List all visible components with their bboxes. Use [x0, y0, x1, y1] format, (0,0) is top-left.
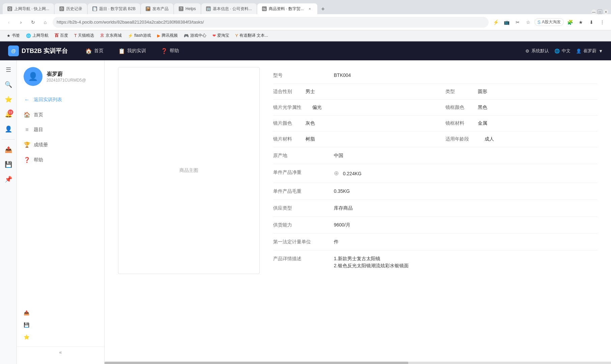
bookmark-star[interactable]: ★ 书签: [4, 32, 23, 39]
sidebar-bottom-upload[interactable]: 📤: [17, 307, 104, 319]
forward-button[interactable]: ›: [16, 18, 26, 27]
extension-icon[interactable]: 🧩: [565, 18, 575, 27]
user-section: 👤 崔罗蔚 20241071CURMD5@: [17, 67, 104, 93]
label-frame-material: 镜框材料: [445, 120, 472, 126]
detail-group-lens-frame: 镜片颜色 灰色 镜框材料 金属: [273, 120, 598, 126]
close-button[interactable]: ×: [604, 9, 608, 14]
maximize-button[interactable]: □: [598, 9, 602, 14]
left-upload-icon[interactable]: 📤: [2, 144, 14, 156]
sidebar-grades-label: 成绩册: [34, 142, 48, 148]
nav-language[interactable]: 🌐 中文: [554, 48, 571, 54]
nav-system-default[interactable]: ⚙ 系统默认: [525, 48, 549, 54]
tab-label-2: 历史记录: [66, 6, 82, 12]
label-gender: 适合性别: [273, 89, 300, 95]
nav-help[interactable]: ❓ 帮助: [157, 45, 183, 57]
value-gender: 男士: [306, 89, 315, 95]
cast-icon[interactable]: 📺: [502, 18, 512, 27]
sidebar-back-to-list[interactable]: ← 返回实训列表: [17, 93, 104, 107]
profile-section[interactable]: S A股大淘发: [534, 18, 564, 26]
new-tab-button[interactable]: +: [318, 4, 328, 14]
back-button[interactable]: ‹: [4, 18, 13, 27]
bookmark-9-label: 有道翻译 文本...: [239, 33, 268, 38]
nav-home[interactable]: 🏠 首页: [81, 45, 108, 57]
detail-group-optics-color: 镜片光学属性 偏光 镜框颜色 黑色: [273, 104, 598, 111]
notification-badge: 99: [8, 110, 13, 115]
sidebar-item-home[interactable]: 🏠 首页: [17, 108, 104, 122]
bookmark-6[interactable]: ▶ 腾讯视频: [154, 32, 180, 39]
label-age-range: 适用年龄段: [445, 136, 479, 142]
label-lens-color: 镜片颜色: [273, 120, 300, 126]
tab-3[interactable]: 📄 题目 · 数字贸易 B2B: [88, 3, 140, 14]
lightning-icon[interactable]: ⚡: [491, 18, 501, 27]
bookmark-5-icon: ⚡: [128, 33, 133, 38]
tab-2[interactable]: ⏱ 历史记录: [55, 3, 87, 14]
left-menu-icon[interactable]: ☰: [2, 64, 14, 76]
value-supply-type: 库存商品: [334, 205, 598, 212]
sidebar-bottom-save[interactable]: 💾: [17, 319, 104, 331]
bookmark-7[interactable]: 🎮 游戏中心: [181, 32, 209, 39]
bookmark-2[interactable]: 百 百度: [52, 32, 71, 39]
nav-user[interactable]: 👤 崔罗蔚 ▼: [576, 48, 603, 54]
bookmark-4[interactable]: 京 京东商城: [97, 32, 124, 39]
refresh-button[interactable]: ↻: [28, 18, 38, 27]
detail-row-model: 型号 BTK004: [273, 67, 598, 84]
tab-label-6: 基本信息 · 公司资料...: [213, 6, 252, 12]
bookmark-2-icon: 百: [55, 33, 59, 38]
nav-training[interactable]: 📋 我的实训: [114, 45, 150, 57]
tab-1[interactable]: Q 上网导航 · 快上网...: [3, 3, 54, 14]
left-star-icon[interactable]: ⭐: [2, 93, 14, 105]
value-lens-material: 树脂: [306, 136, 315, 142]
bookmark-3-label: 天猫精选: [78, 33, 94, 38]
bookmark-4-icon: 京: [100, 33, 104, 38]
sidebar-tasks-label: 题目: [34, 127, 43, 133]
group-lens-color: 镜片颜色 灰色: [273, 120, 425, 126]
home-nav-icon: 🏠: [85, 48, 92, 54]
tab-6[interactable]: 🏢 基本信息 · 公司资料...: [201, 3, 257, 14]
tab-7[interactable]: 🛍 商品资料 · 数字贸... ×: [257, 3, 317, 14]
bookmark-5[interactable]: ⚡ flash游戏: [125, 32, 153, 39]
settings-icon[interactable]: ⋮: [598, 18, 607, 27]
sidebar-home-label: 首页: [34, 112, 43, 118]
left-notification-icon[interactable]: 🔔 99: [2, 108, 14, 120]
bookmark-5-label: flash游戏: [134, 33, 151, 38]
top-nav: @ DTB2B 实训平台 🏠 首页 📋 我的实训 ❓ 帮助 ⚙ 系统默认 🌐 中…: [0, 41, 611, 60]
left-search-icon[interactable]: 🔍: [2, 79, 14, 91]
nav-language-label: 中文: [562, 48, 571, 54]
tab-label-4: 发布产品: [152, 6, 169, 12]
left-profile-icon[interactable]: 👤: [2, 123, 14, 135]
label-frame-color: 镜框颜色: [445, 104, 472, 111]
home-button[interactable]: ⌂: [40, 18, 50, 27]
left-save-icon[interactable]: 💾: [2, 158, 14, 171]
value-origin: 中国: [334, 152, 598, 159]
value-frame-color: 黑色: [478, 104, 487, 111]
bookmark-1[interactable]: 🌐 上网导航: [23, 32, 51, 39]
app-logo: @ DTB2B 实训平台: [8, 46, 68, 56]
label-gross-weight: 单件产品毛重: [273, 188, 334, 195]
detail-row-unit: 第一法定计量单位 件: [273, 234, 598, 250]
bookmark-9[interactable]: Y 有道翻译 文本...: [233, 32, 271, 39]
profile-text: A股大淘发: [542, 19, 561, 25]
group-type: 类型 圆形: [445, 89, 598, 95]
group-gender: 适合性别 男士: [273, 89, 425, 95]
scroll-bar-thumb[interactable]: [105, 362, 408, 364]
sidebar-bottom-star[interactable]: ⭐: [17, 331, 104, 343]
bookmark-3[interactable]: T 天猫精选: [71, 32, 97, 39]
download-icon[interactable]: ⬇: [587, 18, 596, 27]
star-toolbar-icon[interactable]: ★: [576, 18, 585, 27]
tab-4[interactable]: 📦 发布产品: [141, 3, 173, 14]
screenshot-icon[interactable]: ✂: [513, 18, 522, 27]
scroll-bar-area[interactable]: [105, 362, 611, 364]
sidebar-collapse-button[interactable]: «: [17, 346, 104, 358]
tab-5[interactable]: ? Helps: [174, 3, 201, 14]
minimize-button[interactable]: —: [591, 9, 596, 14]
tab-close-7[interactable]: ×: [307, 6, 313, 11]
sidebar-item-tasks[interactable]: ≡ 题目: [17, 123, 104, 137]
bookmark-add-icon[interactable]: ☆: [524, 18, 533, 27]
sidebar-item-grades[interactable]: 🏆 成绩册: [17, 138, 104, 152]
bookmark-8[interactable]: ❤ 爱淘宝: [210, 32, 232, 39]
left-pin-icon[interactable]: 📌: [2, 173, 14, 185]
sidebar-item-help[interactable]: ❓ 帮助: [17, 153, 104, 167]
address-input[interactable]: https://b2b-4.pocib.com/worlds/82baea821…: [53, 17, 489, 28]
tab-label-3: 题目 · 数字贸易 B2B: [99, 6, 136, 12]
product-details: 型号 BTK004 适合性别 男士 类型 圆形: [273, 67, 598, 274]
